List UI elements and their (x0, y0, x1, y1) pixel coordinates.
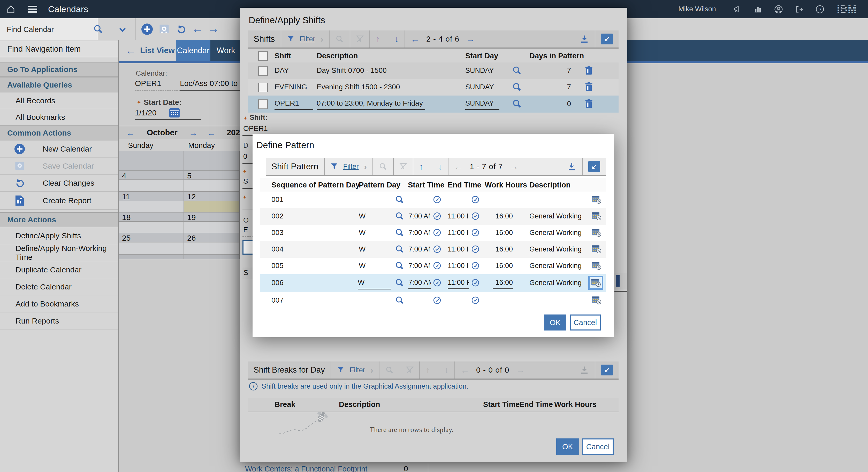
trash-icon[interactable] (584, 99, 593, 109)
announcement-icon[interactable] (732, 4, 743, 15)
filter-icon[interactable] (287, 35, 295, 43)
sidebar-item-define-apply-nonworking[interactable]: Define/Apply Non-Working Time (0, 244, 118, 261)
down-arrow-icon[interactable]: ↓ (438, 162, 442, 171)
cell-end-time-editable[interactable]: 11:00 PM (448, 279, 469, 289)
row-checkbox[interactable] (258, 82, 268, 92)
filter-link[interactable]: Filter (300, 35, 315, 43)
table-row[interactable]: 002 W 7:00 AM 11:00 PM 16:00 General Wor… (260, 208, 606, 225)
sidebar-item-define-apply-shifts[interactable]: Define/Apply Shifts (0, 227, 118, 244)
cell-work-hours-editable[interactable]: 16:00 (493, 279, 513, 289)
home-icon[interactable] (5, 4, 17, 15)
sidebar-item-new-calendar[interactable]: New Calendar (0, 140, 118, 158)
cell-pattern-day-editable[interactable]: W (358, 278, 391, 290)
calendar-description-value[interactable]: Loc/Ass 07:00 to 23:00 (180, 79, 240, 91)
filter-link[interactable]: Filter (350, 366, 365, 374)
calendar-clock-icon[interactable] (591, 195, 601, 204)
magnifier-icon[interactable] (512, 66, 522, 75)
calendar-day-cell[interactable]: 25 (119, 233, 184, 242)
select-all-checkbox[interactable] (258, 51, 268, 61)
menu-icon[interactable] (27, 4, 38, 15)
ok-button[interactable]: OK (556, 438, 579, 455)
shift-cell[interactable] (119, 180, 184, 192)
prev-page-icon[interactable]: ← (411, 35, 420, 43)
shift-cell[interactable] (184, 222, 240, 233)
calendar-day-cell[interactable] (119, 151, 184, 171)
up-arrow-icon[interactable]: ↑ (419, 162, 424, 171)
sidebar-item-duplicate-calendar[interactable]: Duplicate Calendar (0, 261, 118, 278)
clock-icon[interactable] (471, 278, 480, 287)
up-arrow-icon[interactable]: ↑ (376, 35, 380, 43)
shift-cell[interactable] (184, 242, 240, 255)
chevron-right-icon[interactable]: › (364, 162, 367, 172)
calendar-day-cell[interactable] (184, 151, 240, 171)
prev-year-icon[interactable]: ← (207, 128, 216, 137)
clock-icon[interactable] (433, 195, 441, 204)
clock-icon[interactable] (471, 212, 480, 221)
calendar-clock-icon[interactable] (588, 276, 603, 290)
shift-cell[interactable] (119, 222, 184, 233)
filter-icon[interactable] (330, 163, 338, 170)
table-row-selected[interactable]: 006 W 7:00 AM 11:00 PM 16:00 General Wor… (260, 274, 606, 292)
magnifier-icon[interactable] (395, 278, 404, 288)
clock-icon[interactable] (433, 245, 441, 254)
chart-icon[interactable] (752, 4, 764, 15)
sidebar-item-create-report[interactable]: Create Report (0, 192, 118, 210)
table-row[interactable]: 001 (260, 192, 606, 208)
back-arrow-icon[interactable]: ← (192, 22, 203, 35)
sidebar-header-more-actions[interactable]: More Actions (0, 212, 118, 227)
table-row[interactable]: 003 W 7:00 AM 11:00 PM 16:00 General Wor… (260, 225, 606, 241)
clock-icon[interactable] (433, 228, 441, 237)
sidebar-item-clear-changes[interactable]: Clear Changes (0, 174, 118, 192)
restore-icon[interactable]: ↙ (601, 365, 613, 375)
calendar-clock-icon[interactable] (591, 245, 601, 254)
calendar-day-cell[interactable]: 19 (184, 212, 240, 222)
magnifier-icon[interactable] (512, 99, 522, 109)
calendar-icon[interactable] (168, 107, 180, 119)
clock-icon[interactable] (471, 296, 480, 305)
user-name[interactable]: Mike Wilson (678, 5, 716, 13)
magnifier-icon[interactable] (395, 244, 404, 254)
calendar-clock-icon[interactable] (591, 228, 601, 237)
start-date-value[interactable]: 1/1/20 (135, 108, 201, 120)
row-checkbox[interactable] (258, 66, 268, 76)
magnifier-icon[interactable] (512, 82, 522, 92)
prev-month-icon[interactable]: ← (126, 128, 135, 137)
table-row[interactable]: EVENING Evening Shift 1500 - 2300 SUNDAY… (248, 79, 619, 96)
calendar-day-cell[interactable]: 12 (184, 192, 240, 201)
down-arrow-icon[interactable]: ↓ (395, 35, 399, 43)
shift-cell[interactable] (119, 242, 184, 255)
cell-shift-editable[interactable]: OPER1 (275, 99, 313, 110)
search-icon[interactable] (93, 24, 104, 35)
row-checkbox[interactable] (258, 99, 268, 109)
clock-icon[interactable] (433, 278, 441, 287)
clock-icon[interactable] (433, 261, 441, 270)
clock-icon[interactable] (471, 195, 480, 204)
sidebar-header-queries[interactable]: Available Queries (0, 77, 118, 93)
restore-icon[interactable]: ↙ (601, 34, 613, 44)
magnifier-icon[interactable] (395, 211, 404, 221)
table-row[interactable]: 004 W 7:00 AM 11:00 PM 16:00 General Wor… (260, 241, 606, 258)
add-icon[interactable] (141, 23, 153, 35)
cell-start-time-editable[interactable]: 7:00 AM (408, 279, 431, 289)
ok-button[interactable]: OK (545, 314, 566, 331)
clock-icon[interactable] (471, 228, 480, 237)
find-navigation-input[interactable]: Find Navigation Item (0, 41, 118, 57)
cancel-button[interactable]: Cancel (570, 314, 601, 331)
table-row-selected[interactable]: OPER1 07:00 to 23:00, Monday to Friday S… (248, 96, 619, 112)
chevron-right-icon[interactable]: › (320, 34, 323, 44)
cell-description-editable[interactable]: 07:00 to 23:00, Monday to Friday (317, 99, 425, 110)
clock-icon[interactable] (471, 261, 480, 270)
magnifier-icon[interactable] (395, 195, 404, 204)
sidebar-item-run-reports[interactable]: Run Reports (0, 312, 118, 330)
clock-icon[interactable] (433, 212, 441, 221)
next-month-icon[interactable]: → (189, 128, 198, 137)
trash-icon[interactable] (584, 82, 593, 92)
clock-icon[interactable] (471, 245, 480, 254)
tab-list-view[interactable]: ← List View (119, 40, 176, 61)
profile-icon[interactable] (773, 4, 784, 15)
trash-icon[interactable] (584, 66, 593, 75)
download-icon[interactable] (580, 34, 589, 44)
filter-link[interactable]: Filter (343, 163, 359, 171)
calendar-clock-icon[interactable] (591, 261, 601, 270)
calendar-day-cell[interactable]: 18 (119, 212, 184, 222)
